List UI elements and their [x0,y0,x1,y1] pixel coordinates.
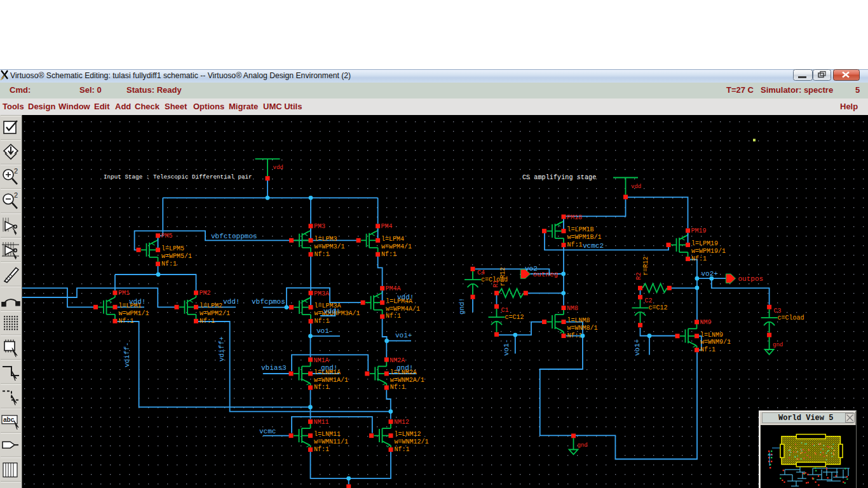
svg-text:c=C12: c=C12 [649,304,668,311]
svg-text:Nf:1: Nf:1 [386,313,401,320]
svg-text:PM3: PM3 [314,223,325,230]
svg-text:vo1+: vo1+ [634,339,641,356]
svg-text:w=WNM2A/1: w=WNM2A/1 [390,377,424,384]
svg-text:NM11: NM11 [314,419,329,426]
svg-text:vdd: vdd [631,184,641,190]
svg-text:w=WPM19/1: w=WPM19/1 [691,248,726,255]
svg-text:l=LPM3: l=LPM3 [315,236,337,243]
svg-text:w=WPM5/1: w=WPM5/1 [161,253,192,260]
svg-text:l=LNM9: l=LNM9 [700,332,723,339]
svg-text:w=WPM1B/1: w=WPM1B/1 [567,234,602,241]
svg-text:outneg: outneg [533,271,559,278]
svg-text:2: 2 [14,191,18,199]
svg-text:Nf:1: Nf:1 [567,332,583,339]
svg-text:NM1A: NM1A [314,357,329,364]
svg-text:vdiff+: vdiff+ [218,336,226,362]
svg-text:abc: abc [3,416,15,423]
svg-text:PM4: PM4 [381,223,393,230]
svg-text:Nf:1: Nf:1 [691,255,707,262]
svg-text:l=LPM4: l=LPM4 [381,236,404,243]
svg-text:w=WMN11/1: w=WMN11/1 [314,438,348,445]
svg-text:C3: C3 [774,308,782,315]
svg-text:Nf:1: Nf:1 [315,318,330,325]
svg-text:w=wPM4/1: w=wPM4/1 [381,243,412,250]
svg-text:R1: R1 [492,280,499,287]
svg-text:l=LPM1B: l=LPM1B [567,226,594,233]
svg-text:w=WPM4A/1: w=WPM4A/1 [386,306,420,313]
svg-text:PM19: PM19 [691,227,707,234]
svg-text:Nf:1: Nf:1 [567,241,583,248]
svg-text:w=WNM1A/1: w=WNM1A/1 [314,377,348,384]
svg-text:vcmc2: vcmc2 [583,242,604,250]
svg-text:Nf:1: Nf:1 [119,318,134,325]
svg-text:r=R12: r=R12 [642,256,649,275]
svg-text:gnd: gnd [578,442,588,449]
svg-text:w=WNM9/1: w=WNM9/1 [700,339,731,346]
svg-text:vbfcpmos: vbfcpmos [252,298,285,306]
svg-text:l=LPM5: l=LPM5 [161,245,184,252]
svg-text:vdd!: vdd! [397,294,414,301]
svg-text:w=WNM12/1: w=WNM12/1 [395,438,429,445]
svg-text:vo1-: vo1- [316,327,333,335]
svg-text:vdiff-: vdiff- [123,342,131,367]
svg-text:PM5: PM5 [161,233,173,240]
svg-text:C4: C4 [477,269,485,276]
svg-text:l=LNM12: l=LNM12 [395,431,421,438]
svg-text:vdd!: vdd! [323,308,340,315]
svg-text:R2: R2 [635,272,642,280]
svg-text:Nf:1: Nf:1 [381,251,397,258]
svg-text:vbias3: vbias3 [261,364,287,372]
svg-text:c=C12: c=C12 [505,314,524,321]
svg-text:vdd: vdd [273,165,283,171]
svg-text:Nf:1: Nf:1 [200,318,215,325]
svg-text:vdd!: vdd! [223,298,240,306]
svg-text:l=LNM8: l=LNM8 [567,317,590,324]
svg-text:gnd!: gnd! [458,298,466,315]
svg-text:vcmc: vcmc [259,428,276,435]
svg-text:PM4A: PM4A [386,285,401,292]
svg-text:l=LPM2: l=LPM2 [200,302,222,309]
svg-text:NM12: NM12 [394,419,409,426]
svg-text:Nf:1: Nf:1 [314,384,329,391]
svg-text:NM2A: NM2A [390,357,405,364]
svg-text:vbfctoppmos: vbfctoppmos [211,233,257,240]
svg-text:PM1: PM1 [118,290,130,297]
svg-text:PM18: PM18 [567,214,582,221]
svg-text:Nf:1: Nf:1 [315,251,330,258]
svg-text:vdd!: vdd! [129,298,146,306]
svg-text:w=WNM8/1: w=WNM8/1 [567,325,598,332]
svg-text:Input Stage : Telescopic Diffe: Input Stage : Telescopic Differential pa… [104,173,252,180]
svg-text:l=LPM19: l=LPM19 [691,240,718,247]
svg-text:gnd: gnd [773,342,783,348]
svg-text:vo1+: vo1+ [395,332,412,339]
svg-text:r=R12: r=R12 [499,267,506,286]
svg-text:2: 2 [14,167,18,175]
svg-text:Nf:1: Nf:1 [390,384,405,391]
svg-text:gnd!: gnd! [321,364,337,372]
svg-text:Nf:1: Nf:1 [161,261,177,268]
svg-text:Nf:1: Nf:1 [395,446,410,453]
svg-text:vo2+: vo2+ [702,270,718,278]
svg-text:outpos: outpos [738,275,764,283]
svg-text:C1: C1 [501,307,509,314]
svg-text:vo1-: vo1- [503,339,510,356]
svg-text:w=wPM1/1: w=wPM1/1 [119,310,149,317]
svg-text:NM8: NM8 [567,305,578,312]
svg-text:l=LNM11: l=LNM11 [314,431,341,438]
svg-text:gnd!: gnd! [397,364,413,372]
svg-text:CS amplifying stage: CS amplifying stage [522,174,596,181]
svg-text:Nf:1: Nf:1 [314,446,329,453]
svg-text:PM3A: PM3A [314,290,329,297]
svg-text:w=WPM3/1: w=WPM3/1 [315,243,345,250]
svg-text:C2: C2 [645,297,653,304]
svg-text:w=WPM2/1: w=WPM2/1 [200,310,230,317]
svg-text:Nf:1: Nf:1 [700,346,715,353]
svg-text:c=Cload: c=Cload [778,315,804,322]
svg-text:NM9: NM9 [700,319,712,326]
svg-text:PM2: PM2 [200,290,211,297]
